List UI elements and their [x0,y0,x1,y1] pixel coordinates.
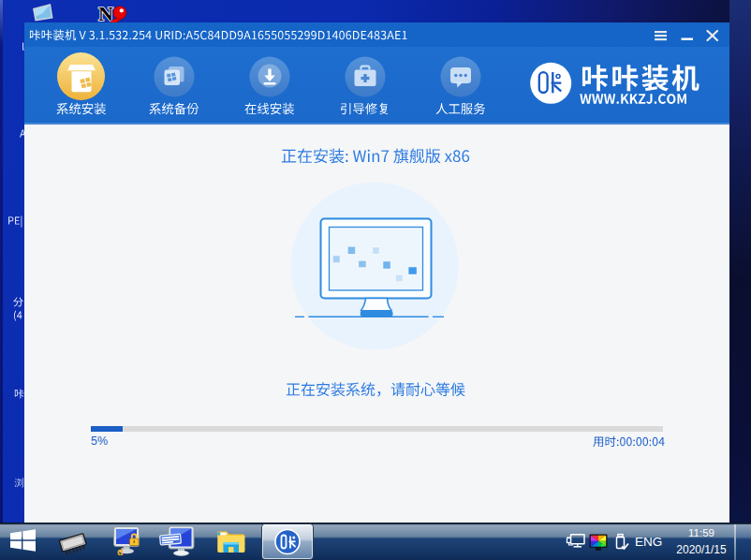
svg-text:d: d [117,546,124,556]
